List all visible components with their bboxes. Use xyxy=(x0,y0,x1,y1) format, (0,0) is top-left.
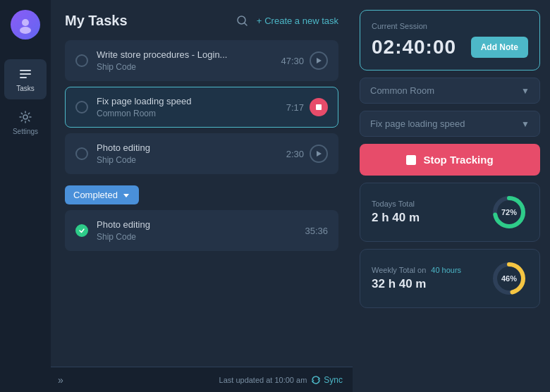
right-panel: Current Session 02:40:00 Add Note Common… xyxy=(353,0,550,392)
weekly-total-title-text: Weekly Total on xyxy=(372,266,426,274)
task-time-1: 47:30 xyxy=(281,56,304,66)
weekly-total-title: Weekly Total on 40 hours xyxy=(372,266,461,274)
footer-bar: » Last updated at 10:00 am Sync xyxy=(51,367,353,392)
svg-rect-3 xyxy=(20,73,31,75)
svg-point-5 xyxy=(23,115,28,119)
page-header: My Tasks + Create a new task xyxy=(65,13,338,29)
settings-icon xyxy=(18,109,33,125)
task-project-1: Ship Code xyxy=(97,62,272,72)
task-project-c1: Ship Code xyxy=(97,232,296,242)
expand-icon[interactable]: » xyxy=(58,374,63,386)
create-task-plus: + xyxy=(257,16,262,26)
project-dropdown[interactable]: Common Room ▼ xyxy=(360,78,540,104)
task-radio-1[interactable] xyxy=(75,54,88,67)
sidebar-item-tasks[interactable]: Tasks xyxy=(4,59,47,99)
svg-line-7 xyxy=(244,23,247,26)
add-note-button[interactable]: Add Note xyxy=(471,37,528,58)
todays-total-value: 2 h 40 m xyxy=(372,211,420,225)
task-time-2: 7:17 xyxy=(286,102,304,113)
todays-total-chart: 72% xyxy=(490,193,528,231)
todays-total-pct: 72% xyxy=(501,208,517,216)
weekly-total-chart: 46% xyxy=(490,259,528,298)
task-info-2: Fix page loading speed Common Room xyxy=(97,96,278,118)
task-name-1: Write store procedures - Login... xyxy=(97,49,272,60)
session-label: Current Session xyxy=(372,22,528,30)
footer-sync-area: Last updated at 10:00 am Sync xyxy=(219,375,343,385)
task-time-3: 2:30 xyxy=(286,149,304,159)
weekly-total-value: 32 h 40 m xyxy=(372,277,461,291)
create-task-label: Create a new task xyxy=(264,16,338,26)
task-radio-c1[interactable] xyxy=(75,224,88,237)
main-area: My Tasks + Create a new task Write store… xyxy=(51,0,353,392)
task-list: Write store procedures - Login... Ship C… xyxy=(65,40,338,251)
svg-point-0 xyxy=(22,19,29,26)
task-time-c1: 35:36 xyxy=(305,226,328,236)
svg-marker-10 xyxy=(317,151,322,157)
task-dropdown[interactable]: Fix page loading speed ▼ xyxy=(360,111,540,137)
svg-rect-9 xyxy=(316,104,322,110)
page-title: My Tasks xyxy=(65,13,128,29)
task-dropdown-label: Fix page loading speed xyxy=(370,118,465,129)
task-time-area-1: 47:30 xyxy=(281,51,328,70)
task-time-area-2: 7:17 xyxy=(286,98,328,116)
tasks-icon xyxy=(18,66,33,82)
create-task-button[interactable]: + Create a new task xyxy=(257,16,338,26)
weekly-total-card: Weekly Total on 40 hours 32 h 40 m 46% xyxy=(360,249,540,308)
task-radio-3[interactable] xyxy=(75,147,88,160)
project-dropdown-label: Common Room xyxy=(370,85,434,96)
task-time-area-3: 2:30 xyxy=(286,145,328,163)
table-row: Fix page loading speed Common Room 7:17 xyxy=(65,87,338,128)
task-info-3: Photo editing Ship Code xyxy=(97,142,278,165)
sync-button[interactable]: Sync xyxy=(311,375,343,385)
todays-total-info: Todays Total 2 h 40 m xyxy=(372,200,420,225)
task-radio-2[interactable] xyxy=(75,101,88,114)
completed-label: Completed xyxy=(73,190,118,200)
stop-tracking-button[interactable]: Stop Tracking xyxy=(360,144,540,176)
todays-total-title: Todays Total xyxy=(372,200,420,208)
stop-icon xyxy=(406,155,416,165)
task-project-3: Ship Code xyxy=(97,155,278,165)
svg-marker-8 xyxy=(317,58,322,63)
sidebar: Tasks Settings xyxy=(0,0,51,392)
task-name-3: Photo editing xyxy=(97,142,278,153)
svg-point-1 xyxy=(20,27,31,34)
last-updated-text: Last updated at 10:00 am xyxy=(219,376,307,384)
task-play-button-1[interactable] xyxy=(310,51,328,70)
weekly-total-pct: 46% xyxy=(501,274,517,283)
table-row: Photo editing Ship Code 2:30 xyxy=(65,133,338,174)
task-project-2: Common Room xyxy=(97,109,278,118)
table-row: Write store procedures - Login... Ship C… xyxy=(65,40,338,81)
svg-rect-2 xyxy=(20,70,31,71)
settings-nav-label: Settings xyxy=(13,128,38,135)
task-play-button-3[interactable] xyxy=(310,145,328,163)
task-name-2: Fix page loading speed xyxy=(97,96,278,106)
svg-marker-11 xyxy=(123,194,129,197)
stop-tracking-label: Stop Tracking xyxy=(423,154,493,166)
session-timer: 02:40:00 xyxy=(372,36,456,59)
sidebar-item-settings[interactable]: Settings xyxy=(4,102,47,142)
chevron-down-icon: ▼ xyxy=(521,86,530,96)
weekly-total-info: Weekly Total on 40 hours 32 h 40 m xyxy=(372,266,461,291)
tasks-nav-label: Tasks xyxy=(16,85,35,92)
svg-rect-4 xyxy=(20,77,27,78)
task-info-1: Write store procedures - Login... Ship C… xyxy=(97,49,272,72)
todays-total-card: Todays Total 2 h 40 m 72% xyxy=(360,183,540,242)
session-timer-row: 02:40:00 Add Note xyxy=(372,36,528,59)
search-button[interactable] xyxy=(236,15,248,27)
task-time-area-c1: 35:36 xyxy=(305,226,328,236)
table-row: Photo editing Ship Code 35:36 xyxy=(65,210,338,251)
sync-label: Sync xyxy=(324,375,343,385)
task-info-c1: Photo editing Ship Code xyxy=(97,219,296,242)
completed-section: Completed Photo editing Ship Code 35:3 xyxy=(65,185,338,251)
completed-toggle-button[interactable]: Completed xyxy=(65,185,139,204)
session-card: Current Session 02:40:00 Add Note xyxy=(360,10,540,71)
task-stop-button-2[interactable] xyxy=(310,98,328,116)
task-name-c1: Photo editing xyxy=(97,219,296,230)
avatar xyxy=(11,10,40,39)
chevron-down-icon: ▼ xyxy=(521,119,530,129)
main-content: My Tasks + Create a new task Write store… xyxy=(51,0,353,367)
weekly-hours-label: 40 hours xyxy=(431,266,461,274)
